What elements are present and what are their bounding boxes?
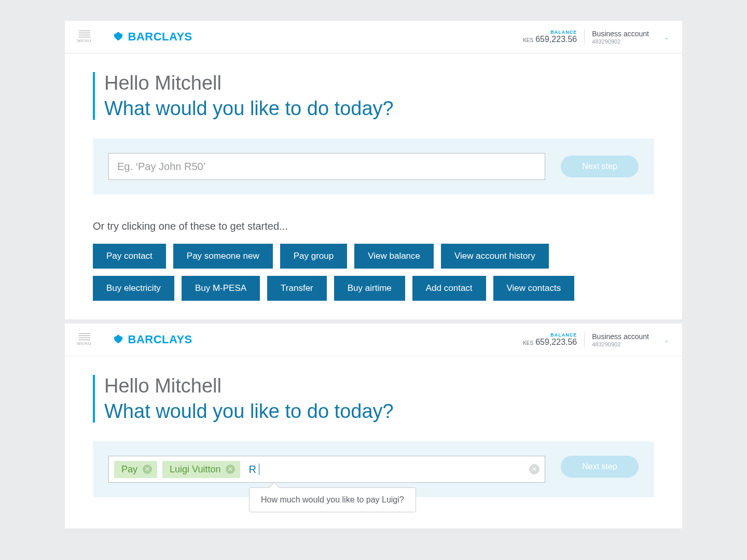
command-bar-tokenized: Pay ✕ Luigi Vuitton ✕ R ✕ How much would… bbox=[93, 441, 654, 497]
chip-pay-contact[interactable]: Pay contact bbox=[93, 244, 166, 269]
chip-view-balance[interactable]: View balance bbox=[354, 244, 434, 269]
balance-currency: KES bbox=[523, 340, 533, 346]
token-remove-icon[interactable]: ✕ bbox=[226, 465, 235, 474]
eagle-icon bbox=[113, 31, 124, 43]
brand-text: BARCLAYS bbox=[128, 333, 192, 346]
account-block: Business account 483290902 bbox=[592, 30, 649, 45]
chip-add-contact[interactable]: Add contact bbox=[412, 276, 486, 301]
token-contact: Luigi Vuitton ✕ bbox=[162, 461, 240, 478]
typed-value: R bbox=[248, 464, 256, 475]
suggestion-row-2: Buy electricity Buy M-PESA Transfer Buy … bbox=[93, 276, 654, 301]
hamburger-icon bbox=[79, 31, 90, 37]
chip-view-contacts[interactable]: View contacts bbox=[493, 276, 575, 301]
balance-amount: 659,223.56 bbox=[535, 35, 577, 44]
chevron-down-icon[interactable]: ⌄ bbox=[663, 335, 670, 344]
eagle-icon bbox=[113, 334, 124, 345]
balance-label: BALANCE bbox=[523, 30, 577, 35]
chip-buy-airtime[interactable]: Buy airtime bbox=[334, 276, 405, 301]
balance-label: BALANCE bbox=[523, 332, 577, 338]
account-number: 483290902 bbox=[592, 38, 649, 45]
suggestions-title: Or try clicking one of these to get star… bbox=[93, 220, 654, 232]
balance-block: BALANCE KES 659,223.56 bbox=[523, 30, 577, 44]
account-name: Business account bbox=[592, 332, 649, 341]
greeting-block: Hello Mitchell What would you like to do… bbox=[65, 356, 682, 423]
hamburger-icon bbox=[79, 333, 90, 340]
chip-transfer[interactable]: Transfer bbox=[267, 276, 327, 301]
balance-block: BALANCE KES 659,223.56 bbox=[523, 332, 577, 347]
panel-typing: MENU BARCLAYS BALANCE KES 659,223.56 Bus… bbox=[65, 324, 682, 528]
command-input[interactable] bbox=[108, 153, 545, 180]
brand-text: BARCLAYS bbox=[128, 30, 192, 44]
menu-button[interactable]: MENU bbox=[77, 31, 92, 43]
account-number: 483290902 bbox=[592, 341, 649, 347]
chip-pay-group[interactable]: Pay group bbox=[280, 244, 348, 269]
next-step-button[interactable]: Next step bbox=[561, 456, 639, 478]
menu-label: MENU bbox=[77, 38, 92, 43]
app-header: MENU BARCLAYS BALANCE KES 659,223.56 Bus… bbox=[65, 21, 682, 53]
panel-initial: MENU BARCLAYS BALANCE KES 659,223.56 Bus… bbox=[65, 21, 682, 319]
suggestions-block: Or try clicking one of these to get star… bbox=[65, 194, 682, 319]
command-token-field[interactable]: Pay ✕ Luigi Vuitton ✕ R ✕ How much would… bbox=[108, 456, 545, 483]
menu-button[interactable]: MENU bbox=[77, 333, 92, 346]
divider bbox=[584, 29, 585, 45]
chip-pay-someone-new[interactable]: Pay someone new bbox=[173, 244, 273, 269]
suggestion-row-1: Pay contact Pay someone new Pay group Vi… bbox=[93, 244, 654, 269]
chip-buy-electricity[interactable]: Buy electricity bbox=[93, 276, 174, 301]
account-summary: BALANCE KES 659,223.56 Business account … bbox=[523, 29, 670, 45]
token-remove-icon[interactable]: ✕ bbox=[143, 465, 152, 474]
tooltip-text: How much would you like to pay Luigi? bbox=[261, 495, 404, 504]
command-bar: Next step bbox=[93, 138, 654, 194]
amount-tooltip: How much would you like to pay Luigi? bbox=[249, 487, 416, 512]
token-label: Luigi Vuitton bbox=[170, 464, 220, 475]
text-caret bbox=[259, 464, 259, 475]
menu-label: MENU bbox=[77, 341, 92, 346]
chip-buy-mpesa[interactable]: Buy M-PESA bbox=[182, 276, 260, 301]
greeting-block: Hello Mitchell What would you like to do… bbox=[65, 53, 682, 120]
account-block: Business account 483290902 bbox=[592, 332, 649, 347]
token-action: Pay ✕ bbox=[114, 461, 157, 478]
account-summary: BALANCE KES 659,223.56 Business account … bbox=[523, 332, 670, 347]
chip-view-account-history[interactable]: View account history bbox=[441, 244, 549, 269]
greeting-hello: Hello Mitchell bbox=[104, 72, 654, 94]
balance-amount: 659,223.56 bbox=[535, 338, 577, 347]
brand: BARCLAYS bbox=[113, 333, 192, 346]
clear-input-icon[interactable]: ✕ bbox=[529, 464, 540, 474]
app-header: MENU BARCLAYS BALANCE KES 659,223.56 Bus… bbox=[65, 324, 682, 356]
balance-currency: KES bbox=[523, 37, 533, 43]
greeting-question: What would you like to do today? bbox=[104, 400, 654, 423]
typed-text: R bbox=[245, 464, 259, 475]
token-label: Pay bbox=[121, 464, 137, 475]
greeting-question: What would you like to do today? bbox=[104, 97, 654, 120]
brand: BARCLAYS bbox=[113, 30, 192, 44]
chevron-down-icon[interactable]: ⌄ bbox=[663, 33, 670, 41]
account-name: Business account bbox=[592, 30, 649, 38]
greeting-hello: Hello Mitchell bbox=[104, 375, 654, 397]
next-step-button[interactable]: Next step bbox=[561, 156, 639, 177]
divider bbox=[584, 332, 585, 347]
